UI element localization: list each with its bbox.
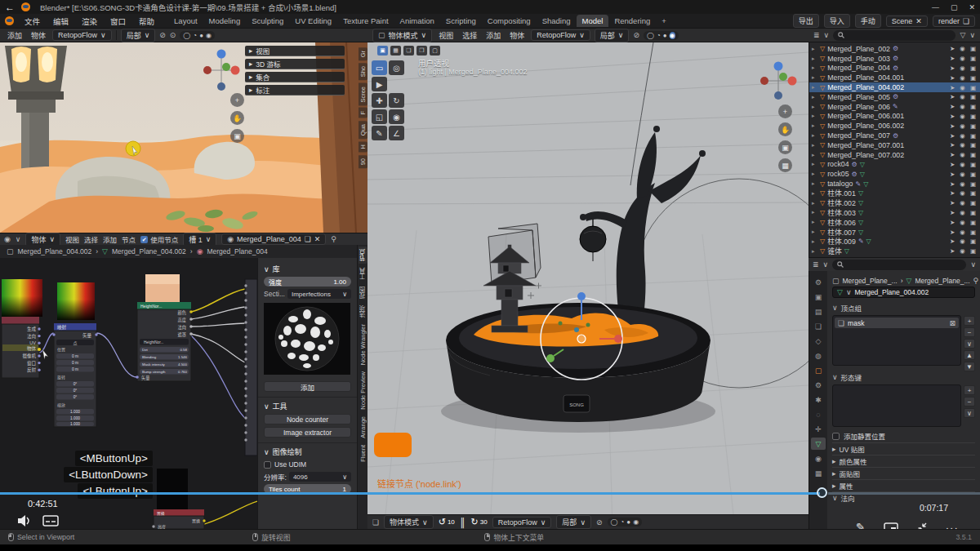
- object-name[interactable]: Merged_Plane_007.002: [827, 151, 904, 159]
- pin-icon[interactable]: ⚲: [973, 277, 979, 285]
- object-name[interactable]: Merged_Plane_006.001: [827, 112, 904, 120]
- outliner-row[interactable]: ▸▽Merged_Plane_006.002➤ ◉ ▣: [809, 121, 980, 131]
- rendered-viewport[interactable]: ▸视图 ▸3D 游标 ▸集合 ▸标注 + ✋ ▣ Gr Sho Scree F …: [0, 42, 368, 233]
- object-menu-2[interactable]: 物体: [507, 30, 527, 41]
- shader-node-menu[interactable]: 节点: [122, 234, 136, 244]
- zoom-icon[interactable]: +: [778, 104, 792, 118]
- orientation-3[interactable]: 局部∨: [556, 515, 591, 529]
- section-dropdown[interactable]: Imperfections∨: [287, 289, 351, 299]
- editor-type-icon[interactable]: ◉: [4, 235, 11, 243]
- forward-button[interactable]: ↻30: [471, 517, 488, 527]
- vertex-groups-list[interactable]: ❏mask ⊠ + − ∨ ▲ ▼: [832, 315, 961, 366]
- proportional-edit-icon[interactable]: ⊙: [170, 31, 176, 39]
- add-vgroup-button[interactable]: +: [964, 316, 975, 326]
- disclosure-icon[interactable]: ▸: [812, 229, 817, 235]
- tab-particles[interactable]: ✱: [811, 393, 826, 406]
- node-counter-button[interactable]: Node counter: [264, 414, 351, 424]
- tab-gr[interactable]: Gr: [359, 47, 368, 60]
- tab-90[interactable]: 90: [359, 155, 368, 168]
- view-menu[interactable]: 视图: [436, 30, 456, 41]
- navigation-gizmo-2[interactable]: [760, 60, 797, 101]
- export-button[interactable]: 导出: [793, 14, 819, 28]
- shader-type-selector[interactable]: 物体∨: [25, 233, 60, 247]
- camera-icon[interactable]: ▣: [778, 140, 792, 154]
- tab-tool[interactable]: ⚙: [811, 276, 826, 288]
- object-name[interactable]: Merged_Plane_005: [827, 93, 890, 101]
- mode-selector[interactable]: ▢物体模式∨: [372, 29, 432, 42]
- tab-f[interactable]: F: [359, 108, 368, 118]
- tab-texture[interactable]: ▦: [811, 467, 826, 479]
- disclosure-icon[interactable]: ▸: [812, 74, 817, 81]
- speaker-icon[interactable]: [16, 514, 33, 527]
- workspace-tab-scripting[interactable]: Scripting: [440, 15, 482, 27]
- workspace-tab-rendering[interactable]: Rendering: [608, 15, 656, 27]
- add-menu-2[interactable]: 添加: [483, 30, 503, 41]
- outliner-row[interactable]: ▸▽tatalogo✎▽➤ ◉ ▣: [809, 179, 980, 189]
- outliner-row[interactable]: ▸▽Merged_Plane_004⚙➤ ◉ ▣: [809, 64, 980, 73]
- select-eye-camera-toggles[interactable]: ➤ ◉ ▣: [950, 45, 978, 52]
- tab-arrange[interactable]: Arrange: [359, 414, 367, 441]
- add-menu[interactable]: 添加: [5, 30, 24, 41]
- video-progress-handle[interactable]: [817, 487, 827, 498]
- object-name[interactable]: Merged_Plane_002: [827, 45, 890, 53]
- grid-icon[interactable]: ▦: [778, 158, 792, 172]
- use-udim-checkbox[interactable]: Use UDIM: [264, 460, 351, 469]
- snap-icon[interactable]: ⊘: [159, 31, 166, 39]
- workspace-tab-compositing[interactable]: Compositing: [482, 15, 537, 27]
- unlink-material-icon[interactable]: ✕: [314, 235, 321, 243]
- object-name[interactable]: tatalogo: [827, 180, 853, 188]
- pan-hand-icon[interactable]: ✋: [230, 111, 244, 125]
- back-button[interactable]: ←: [5, 2, 15, 13]
- viewlayer-selector[interactable]: render❏: [933, 16, 975, 27]
- tab-sho[interactable]: Sho: [359, 63, 368, 80]
- color-attributes-section[interactable]: ▸颜色属性: [832, 455, 975, 467]
- snap-icon-3[interactable]: ⊘: [596, 518, 603, 527]
- panel-view[interactable]: ▸视图: [245, 46, 345, 56]
- select-box-tool[interactable]: ▭: [372, 60, 387, 75]
- filter-icon[interactable]: ▽: [960, 31, 965, 39]
- remove-shapekey-button[interactable]: −: [964, 397, 975, 407]
- select-eye-camera-toggles[interactable]: ➤ ◉ ▣: [950, 189, 978, 197]
- image-extractor-button[interactable]: Image extractor: [264, 427, 351, 438]
- editor-icon[interactable]: ❏: [372, 518, 379, 527]
- tab-view-layer[interactable]: ❏: [811, 320, 826, 332]
- object-name[interactable]: rock05: [827, 170, 849, 178]
- disclosure-icon[interactable]: ▸: [812, 180, 817, 187]
- panel-3d-cursor[interactable]: ▸3D 游标: [245, 59, 345, 69]
- select-eye-camera-toggles[interactable]: ➤ ◉ ▣: [950, 74, 978, 82]
- outliner-row[interactable]: ▸▽Merged_Plane_006✎➤ ◉ ▣: [809, 102, 980, 112]
- left-viewport-sidebar-tabs[interactable]: Gr Sho Scree F Qua H 90: [359, 47, 368, 168]
- disclosure-icon[interactable]: ▸: [812, 64, 817, 71]
- remove-vgroup-button[interactable]: −: [964, 327, 975, 337]
- menu-file[interactable]: 文件: [19, 15, 46, 28]
- workspace-tab-model[interactable]: Model: [577, 15, 609, 27]
- select-eye-camera-toggles[interactable]: ➤ ◉ ▣: [950, 93, 978, 100]
- workspace-tab-animation[interactable]: Animation: [394, 15, 440, 27]
- vgroup-specials-button[interactable]: ∨: [964, 339, 975, 349]
- disclosure-icon[interactable]: ▸: [812, 142, 817, 149]
- manual-button[interactable]: 手动: [855, 14, 881, 28]
- object-name[interactable]: Merged_Plane_004.001: [827, 73, 904, 82]
- disclosure-icon[interactable]: ▸: [812, 113, 817, 119]
- outliner-search-input[interactable]: [833, 30, 956, 41]
- object-name[interactable]: Merged_Plane_004: [827, 64, 890, 72]
- tab-render[interactable]: ▣: [811, 291, 826, 303]
- object-name[interactable]: Merged_Plane_006: [827, 103, 890, 111]
- outliner-display-mode-icon[interactable]: ≣: [813, 31, 820, 39]
- tab-scree[interactable]: Scree: [359, 83, 368, 106]
- shader-node-editor[interactable]: 生成法向 UV物体 摄像机窗口 反射 映射 矢量 点 位置 0 m 0 m: [0, 258, 257, 529]
- minimize-button[interactable]: —: [932, 3, 939, 11]
- outliner-row[interactable]: ▸▽柱体.009✎▽➤ ◉ ▣: [809, 237, 980, 247]
- material-slot-selector[interactable]: 槽 1∨: [183, 233, 216, 247]
- outliner-row[interactable]: ▸▽柱体.007▽➤ ◉ ▣: [809, 227, 980, 237]
- cursor-tool[interactable]: ◎: [389, 60, 404, 75]
- wireframe-viewport[interactable]: SONG: [368, 42, 808, 529]
- pause-button[interactable]: ║: [460, 518, 466, 527]
- disclosure-icon[interactable]: ▸: [812, 84, 817, 91]
- tab-object[interactable]: ▢: [811, 364, 826, 376]
- vertex-group-item[interactable]: ❏mask ⊠: [835, 318, 959, 328]
- disclosure-icon[interactable]: ▸: [812, 104, 817, 110]
- tab-world[interactable]: ◍: [811, 349, 826, 362]
- add-workspace-button[interactable]: +: [656, 15, 672, 27]
- strength-slider[interactable]: 强度1.00: [264, 277, 351, 287]
